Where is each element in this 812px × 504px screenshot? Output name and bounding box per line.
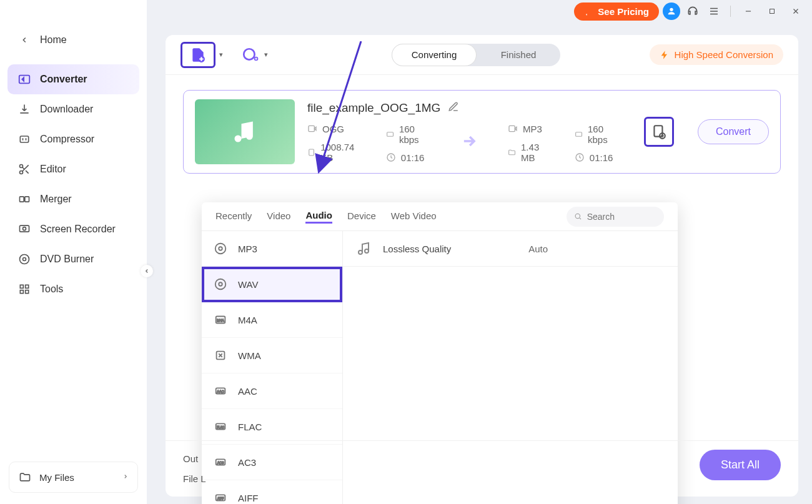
format-aac[interactable]: AACAAC — [202, 373, 342, 409]
src-bitrate: 160 kbps — [399, 124, 430, 145]
audio-icon: AAC — [213, 383, 228, 398]
svg-rect-15 — [770, 9, 775, 14]
download-icon — [17, 102, 31, 116]
sidebar-collapse-toggle[interactable] — [141, 265, 153, 277]
tab-recently[interactable]: Recently — [215, 210, 252, 222]
audio-icon — [213, 241, 228, 256]
tab-converting[interactable]: Converting — [392, 44, 477, 66]
grid-icon — [17, 282, 31, 296]
scissors-icon — [17, 162, 31, 176]
compressor-icon — [17, 132, 31, 146]
format-wma[interactable]: WMA — [202, 338, 342, 373]
convert-button[interactable]: Convert — [698, 119, 769, 144]
svg-point-28 — [575, 214, 580, 218]
sidebar-item-editor[interactable]: Editor — [0, 154, 147, 184]
svg-text:AIFF: AIFF — [217, 497, 224, 500]
format-search-input[interactable] — [587, 212, 656, 222]
format-settings-button[interactable] — [644, 117, 674, 147]
sidebar-label: Editor — [40, 164, 66, 175]
svg-rect-26 — [654, 126, 662, 136]
quality-auto-label: Auto — [528, 244, 548, 254]
svg-text:AAC: AAC — [217, 390, 224, 393]
audio-icon: FLAC — [213, 419, 228, 434]
account-icon[interactable] — [663, 2, 680, 20]
svg-rect-10 — [20, 285, 23, 288]
minimize-button[interactable] — [738, 2, 758, 20]
format-search[interactable] — [567, 207, 664, 227]
file-icon — [307, 147, 315, 157]
format-mp3[interactable]: MP3 — [202, 231, 342, 267]
sidebar-item-compressor[interactable]: Compressor — [0, 124, 147, 154]
sidebar-item-screen-recorder[interactable]: Screen Recorder — [0, 214, 147, 244]
divider — [730, 6, 731, 17]
tab-finished[interactable]: Finished — [477, 44, 560, 66]
sidebar-item-downloader[interactable]: Downloader — [0, 94, 147, 124]
add-file-dropdown[interactable]: ▾ — [219, 51, 228, 59]
dst-size: 1.43 MB — [521, 142, 550, 163]
my-files-button[interactable]: My Files — [9, 462, 138, 493]
sidebar-label: Tools — [40, 284, 63, 295]
sidebar-label: Merger — [40, 194, 72, 205]
file-info: file_example_OOG_1MG OGG 1008.74 KB 160 … — [307, 101, 619, 163]
add-url-button[interactable] — [240, 45, 260, 65]
support-icon[interactable] — [684, 2, 701, 20]
svg-rect-20 — [309, 149, 314, 156]
file-thumbnail — [195, 99, 295, 164]
music-icon — [357, 241, 372, 256]
menu-icon[interactable] — [705, 2, 723, 20]
toolbar: ▾ ▾ Converting Finished High Speed Conve… — [166, 35, 798, 75]
src-format: OGG — [322, 124, 344, 134]
high-speed-button[interactable]: High Speed Conversion — [650, 44, 783, 65]
video-icon — [307, 124, 317, 134]
src-size: 1008.74 KB — [320, 142, 361, 163]
svg-point-29 — [215, 244, 226, 254]
sidebar-item-home[interactable]: Home — [0, 25, 147, 55]
quality-lossless[interactable]: Lossless Quality Auto — [343, 231, 678, 267]
format-wav[interactable]: WAV — [202, 267, 342, 302]
high-speed-label: High Speed Conversion — [675, 49, 773, 60]
add-file-button[interactable] — [181, 42, 215, 68]
sidebar-item-dvd-burner[interactable]: DVD Burner — [0, 244, 147, 274]
sidebar-item-converter[interactable]: Converter — [7, 64, 139, 94]
svg-rect-11 — [26, 285, 29, 288]
rename-icon[interactable] — [448, 101, 459, 115]
sidebar-label: Screen Recorder — [40, 224, 116, 235]
chevron-right-icon — [122, 473, 129, 482]
video-icon — [508, 124, 518, 134]
svg-point-9 — [23, 258, 26, 261]
sidebar-item-tools[interactable]: Tools — [0, 274, 147, 304]
format-flac[interactable]: FLACFLAC — [202, 409, 342, 445]
svg-text:M4A: M4A — [217, 319, 224, 322]
svg-point-2 — [20, 165, 23, 168]
svg-point-8 — [20, 255, 29, 264]
svg-rect-5 — [25, 197, 29, 202]
close-button[interactable] — [786, 2, 806, 20]
bottom-bar: Out File L Start All — [166, 440, 798, 497]
svg-point-32 — [219, 282, 222, 286]
format-m4a[interactable]: M4AM4A — [202, 302, 342, 338]
sidebar-label: Converter — [40, 74, 87, 85]
sidebar-label: Downloader — [40, 104, 93, 115]
src-duration: 01:16 — [401, 152, 425, 163]
clock-icon — [575, 152, 585, 162]
svg-point-30 — [219, 247, 222, 250]
tab-web-video[interactable]: Web Video — [391, 210, 437, 222]
disc-icon — [17, 252, 31, 266]
sidebar-item-merger[interactable]: Merger — [0, 184, 147, 214]
folder-icon — [508, 147, 516, 157]
start-all-button[interactable]: Start All — [700, 450, 781, 480]
output-label: Out — [183, 453, 198, 464]
sidebar-label: Compressor — [40, 134, 94, 145]
maximize-button[interactable] — [762, 2, 782, 20]
tab-device[interactable]: Device — [347, 210, 376, 222]
bitrate-icon — [386, 129, 394, 139]
merger-icon — [17, 192, 31, 206]
quality-label: Lossless Quality — [383, 244, 451, 254]
my-files-label: My Files — [39, 472, 74, 483]
tab-audio[interactable]: Audio — [305, 210, 332, 224]
add-url-dropdown[interactable]: ▾ — [264, 51, 273, 59]
titlebar: See Pricing — [147, 0, 812, 22]
see-pricing-button[interactable]: See Pricing — [574, 2, 659, 21]
sidebar: Home Converter Downloader Compressor Edi… — [0, 0, 147, 504]
tab-video[interactable]: Video — [267, 210, 290, 222]
